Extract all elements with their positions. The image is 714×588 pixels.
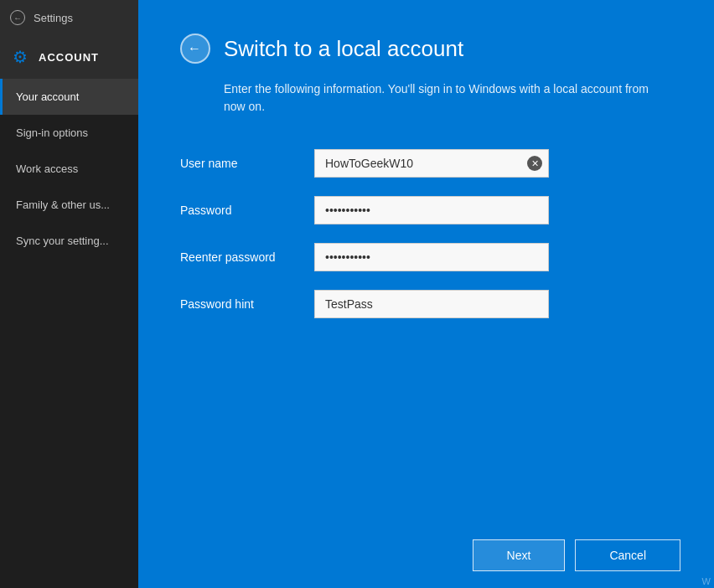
switch-account-dialog: ← Switch to a local account Enter the fo… [138,0,714,588]
cancel-button[interactable]: Cancel [575,539,680,571]
watermark: W [702,576,711,586]
reenter-password-input[interactable] [314,243,549,271]
gear-icon: ⚙ [10,47,30,67]
dialog-back-button[interactable]: ← [180,34,210,64]
title-row: ← Switch to a local account [180,34,672,64]
sidebar-item-sign-in-options[interactable]: Sign-in options [0,115,138,151]
hint-label: Password hint [180,297,314,311]
reenter-password-input-wrapper [314,243,549,271]
username-input[interactable] [314,149,549,178]
settings-sidebar: ← Settings ⚙ ACCOUNT Your account Sign-i… [0,0,138,588]
sidebar-item-work-access[interactable]: Work access [0,151,138,187]
accounts-section: ⚙ ACCOUNT [0,35,138,79]
sidebar-item-family[interactable]: Family & other us... [0,187,138,223]
sidebar-item-sync[interactable]: Sync your setting... [0,223,138,259]
settings-header-label: Settings [34,12,73,24]
reenter-password-label: Reenter password [180,250,314,264]
dialog-content: ← Switch to a local account Enter the fo… [138,0,714,523]
dialog-footer: Next Cancel [138,523,714,588]
hint-row: Password hint [180,290,672,318]
back-arrow-icon: ← [188,42,201,55]
hint-input-wrapper [314,290,549,318]
form-section: User name ✕ Password Reenter password [180,149,672,318]
dialog-title: Switch to a local account [224,36,463,62]
username-row: User name ✕ [180,149,672,178]
reenter-password-row: Reenter password [180,243,672,271]
username-label: User name [180,157,314,170]
settings-back-button[interactable]: ← [10,10,25,25]
username-clear-button[interactable]: ✕ [527,156,542,171]
password-input[interactable] [314,196,549,224]
password-label: Password [180,204,314,217]
sidebar-item-your-account[interactable]: Your account [0,79,138,115]
hint-input[interactable] [314,290,549,318]
next-button[interactable]: Next [473,539,566,571]
password-row: Password [180,196,672,224]
settings-header: ← Settings [0,0,138,35]
username-input-wrapper: ✕ [314,149,549,178]
dialog-subtitle: Enter the following information. You'll … [180,80,672,116]
accounts-label: ACCOUNT [39,51,99,64]
password-input-wrapper [314,196,549,224]
